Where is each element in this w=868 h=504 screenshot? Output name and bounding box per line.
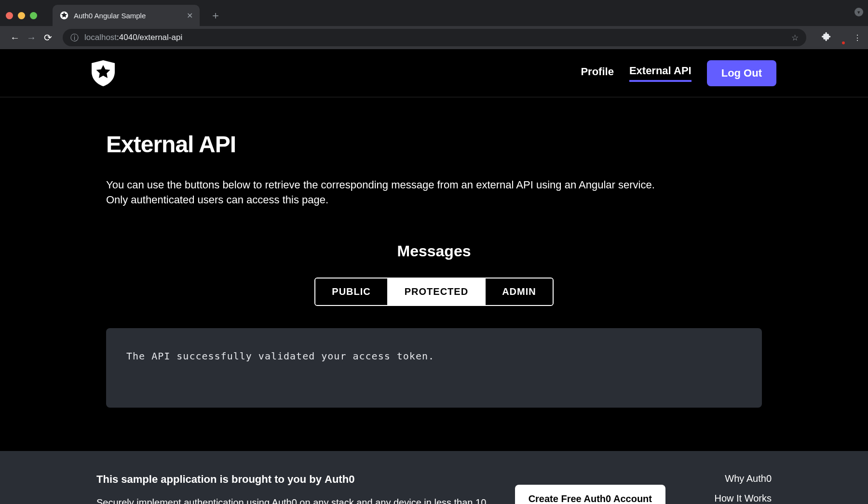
avatar-notification-badge (841, 40, 846, 45)
reload-button[interactable]: ⟳ (40, 32, 56, 43)
create-account-button[interactable]: Create Free Auth0 Account (515, 485, 665, 504)
extensions-icon[interactable] (822, 32, 831, 43)
tab-close-icon[interactable]: ✕ (187, 11, 193, 20)
url-host: localhost (84, 33, 117, 42)
tab-public[interactable]: PUBLIC (315, 279, 388, 305)
browser-menu-button[interactable]: ⋮ (854, 33, 861, 42)
tab-favicon-icon (59, 11, 69, 20)
profile-avatar[interactable] (831, 31, 845, 44)
forward-button[interactable]: → (23, 32, 40, 43)
message-tab-group: PUBLIC PROTECTED ADMIN (314, 278, 553, 306)
window-minimize-icon[interactable] (18, 12, 25, 19)
footer-intro: This sample application is brought to yo… (96, 473, 496, 486)
nav-link-external-api[interactable]: External API (629, 65, 692, 82)
footer-link-how-it-works[interactable]: How It Works (685, 493, 772, 504)
back-button[interactable]: ← (7, 32, 23, 43)
window-close-icon[interactable] (6, 12, 13, 19)
nav-link-profile[interactable]: Profile (581, 66, 613, 81)
url-path: :4040/external-api (117, 33, 182, 42)
site-footer: This sample application is brought to yo… (0, 451, 868, 504)
browser-tab[interactable]: Auth0 Angular Sample ✕ (53, 5, 200, 26)
browser-tab-strip: Auth0 Angular Sample ✕ ＋ ▾ (0, 0, 868, 26)
new-tab-button[interactable]: ＋ (208, 8, 223, 23)
site-info-icon[interactable]: ⓘ (70, 32, 79, 43)
footer-description: Securely implement authentication using … (96, 497, 496, 504)
api-result-output: The API successfully validated your acce… (106, 328, 762, 408)
logout-button[interactable]: Log Out (707, 60, 776, 86)
tab-title: Auth0 Angular Sample (74, 12, 183, 20)
page-title: External API (106, 131, 762, 158)
tab-admin[interactable]: ADMIN (486, 279, 553, 305)
window-maximize-icon[interactable] (30, 12, 37, 19)
tab-list-dropdown-icon[interactable]: ▾ (854, 8, 863, 16)
auth0-logo-icon[interactable] (92, 60, 115, 86)
browser-toolbar: ← → ⟳ ⓘ localhost:4040/external-api ☆ ⋮ (0, 26, 868, 49)
site-header: Profile External API Log Out (0, 49, 868, 97)
address-bar[interactable]: ⓘ localhost:4040/external-api ☆ (63, 29, 806, 46)
bookmark-star-icon[interactable]: ☆ (791, 33, 799, 43)
lead-text: You can use the buttons below to retriev… (106, 178, 665, 208)
messages-heading: Messages (106, 242, 762, 260)
footer-link-why-auth0[interactable]: Why Auth0 (685, 473, 772, 484)
tab-protected[interactable]: PROTECTED (388, 279, 486, 305)
